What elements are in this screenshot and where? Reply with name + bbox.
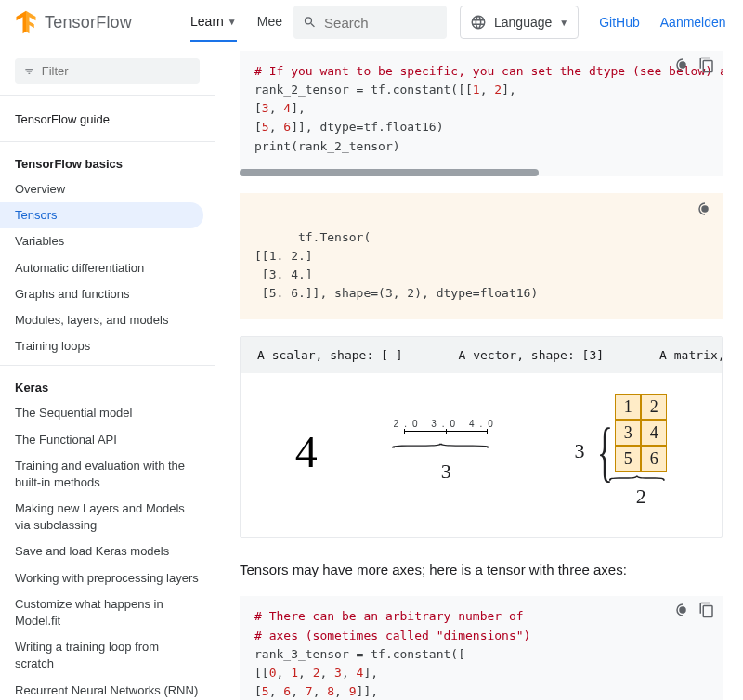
sidebar-item[interactable]: Customize what happens in Model.fit	[0, 591, 215, 634]
sign-in-link[interactable]: Aanmelden	[660, 15, 726, 30]
copy-icon[interactable]	[698, 57, 715, 73]
sidebar-section-title: Keras	[0, 375, 215, 400]
sidebar: TensorFlow guide TensorFlow basics Overv…	[0, 45, 215, 700]
copy-icon[interactable]	[698, 602, 715, 618]
search-icon	[303, 14, 317, 31]
shape-header-scalar: A scalar, shape: [ ]	[257, 348, 403, 362]
scalar-illustration: 4	[295, 426, 318, 477]
vector-illustration: 2.0 3.0 4.0 { 3	[394, 419, 499, 484]
output-block: tf.Tensor( [[1. 2.] [3. 4.] [5. 6.]], sh…	[240, 193, 723, 320]
chevron-down-icon: ▼	[228, 17, 237, 27]
sidebar-item-training-loops[interactable]: Training loops	[0, 333, 215, 359]
sidebar-item-tensors[interactable]: Tensors	[0, 202, 203, 228]
language-selector[interactable]: Language ▼	[460, 6, 579, 39]
horizontal-scrollbar[interactable]	[240, 169, 723, 176]
code-block-rank3: # There can be an arbitrary number of # …	[240, 596, 723, 700]
code-block-rank2: # If you want to be specific, you can se…	[240, 51, 723, 169]
tensorflow-logo-icon	[13, 9, 39, 35]
sidebar-item[interactable]: Working with preprocessing layers	[0, 565, 215, 591]
language-label: Language	[494, 15, 552, 30]
theme-toggle-icon[interactable]	[674, 57, 691, 73]
shape-illustration-panel: A scalar, shape: [ ] A vector, shape: [3…	[240, 336, 723, 538]
sidebar-item[interactable]: Training and evaluation with the built-i…	[0, 453, 215, 496]
sidebar-item[interactable]: The Sequential model	[0, 400, 215, 426]
theme-toggle-icon[interactable]	[674, 602, 691, 618]
sidebar-item[interactable]: Recurrent Neural Networks (RNN) with Ker…	[0, 678, 215, 700]
github-link[interactable]: GitHub	[599, 15, 640, 30]
nav-tab-label: Learn	[190, 14, 224, 29]
shape-header-matrix: A matrix, shape: [3, 2]	[659, 348, 723, 362]
theme-toggle-icon[interactable]	[697, 201, 713, 217]
sidebar-item-modules[interactable]: Modules, layers, and models	[0, 307, 215, 333]
search-input[interactable]	[324, 15, 437, 31]
filter-container[interactable]	[15, 58, 200, 84]
sidebar-item[interactable]: Writing a training loop from scratch	[0, 634, 215, 677]
globe-icon	[470, 14, 487, 31]
sidebar-item[interactable]: The Functional API	[0, 427, 215, 453]
matrix-illustration: 3 { 12 34 56 { 2	[575, 394, 668, 509]
filter-input[interactable]	[42, 64, 190, 78]
paragraph-text: Tensors may have more axes; here is a te…	[240, 562, 723, 577]
chevron-down-icon: ▼	[559, 18, 568, 28]
filter-icon	[24, 66, 34, 77]
nav-tab-learn[interactable]: Learn ▼	[190, 3, 237, 42]
shape-header-vector: A vector, shape: [3]	[459, 348, 605, 362]
sidebar-item-overview[interactable]: Overview	[0, 176, 215, 202]
search-input-container[interactable]	[293, 6, 447, 39]
sidebar-section-title: TensorFlow basics	[0, 151, 215, 176]
sidebar-top-link[interactable]: TensorFlow guide	[0, 96, 215, 141]
main-content: # If you want to be specific, you can se…	[215, 45, 743, 700]
nav-tab-more[interactable]: Mee	[257, 3, 282, 42]
sidebar-item[interactable]: Making new Layers and Models via subclas…	[0, 496, 215, 538]
svg-point-0	[679, 61, 686, 69]
svg-point-1	[701, 205, 709, 213]
sidebar-item-variables[interactable]: Variables	[0, 228, 215, 254]
svg-point-2	[679, 607, 686, 615]
sidebar-item-graphs[interactable]: Graphs and functions	[0, 281, 215, 307]
nav-tab-label: Mee	[257, 14, 282, 29]
sidebar-item[interactable]: Save and load Keras models	[0, 538, 215, 564]
sidebar-item-autodiff[interactable]: Automatic differentiation	[0, 255, 215, 281]
brand-text: TensorFlow	[45, 13, 132, 32]
